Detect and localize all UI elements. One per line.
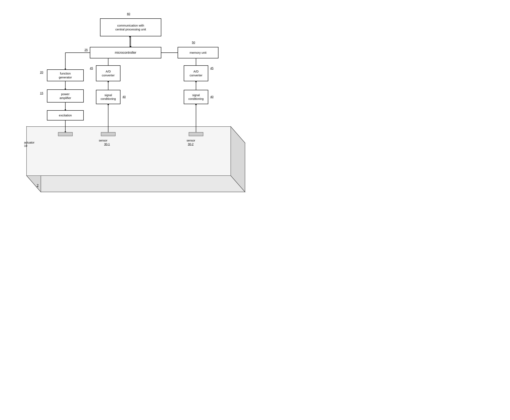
power-amplifier-label: poweramplifier — [60, 92, 71, 100]
cpu-label: communication withcentral processing uni… — [115, 23, 146, 31]
label-301: 30-1 — [104, 142, 110, 146]
svg-marker-2 — [27, 127, 41, 192]
function-generator-box: functiongenerator — [47, 69, 84, 81]
cpu-box: communication withcentral processing uni… — [100, 18, 161, 36]
sensor-right-label: sensor — [187, 139, 195, 142]
svg-marker-20 — [65, 132, 66, 133]
microcontroller-label: microcontroller — [115, 51, 136, 55]
microcontroller-box: microcontroller — [90, 47, 161, 58]
label-20: 20 — [40, 71, 43, 74]
svg-marker-3 — [231, 127, 245, 192]
excitation-label: excitation — [59, 113, 72, 117]
function-generator-label: functiongenerator — [59, 71, 72, 79]
signal-conditioning-left-box: signalconditioning — [96, 90, 120, 104]
svg-rect-35 — [58, 132, 73, 136]
label-2: 2 — [37, 184, 38, 188]
ad-converter-left-box: A/Dconverter — [96, 65, 120, 81]
ad-converter-right-box: A/Dconverter — [184, 65, 208, 81]
svg-marker-0 — [27, 127, 245, 143]
svg-rect-36 — [101, 132, 115, 136]
signal-conditioning-right-box: signalconditioning — [184, 90, 208, 104]
signal-conditioning-right-label: signalconditioning — [188, 93, 204, 101]
memory-label: memory unit — [190, 51, 207, 55]
memory-box: memory unit — [178, 47, 218, 58]
ad-converter-left-label: A/Dconverter — [102, 69, 115, 77]
label-50: 50 — [192, 41, 195, 44]
label-40-right: 40 — [210, 95, 214, 98]
sensor-left-label: sensor — [99, 139, 107, 142]
excitation-box: excitation — [47, 110, 84, 120]
label-15: 15 — [40, 91, 43, 95]
label-40-left: 40 — [122, 95, 126, 98]
ad-converter-right-label: A/Dconverter — [190, 69, 202, 77]
diagram: communication withcentral processing uni… — [0, 0, 255, 210]
label-45-left: 45 — [90, 67, 93, 70]
svg-marker-4 — [27, 127, 231, 176]
actuator-label: actuator10 — [24, 141, 35, 147]
label-60: 60 — [127, 12, 130, 15]
signal-conditioning-left-label: signalconditioning — [101, 93, 116, 101]
svg-marker-1 — [27, 176, 245, 192]
power-amplifier-box: poweramplifier — [47, 90, 84, 103]
label-302: 30-2 — [188, 142, 194, 146]
svg-rect-37 — [189, 132, 203, 136]
label-45-right: 45 — [210, 67, 214, 70]
label-25: 25 — [84, 48, 88, 52]
